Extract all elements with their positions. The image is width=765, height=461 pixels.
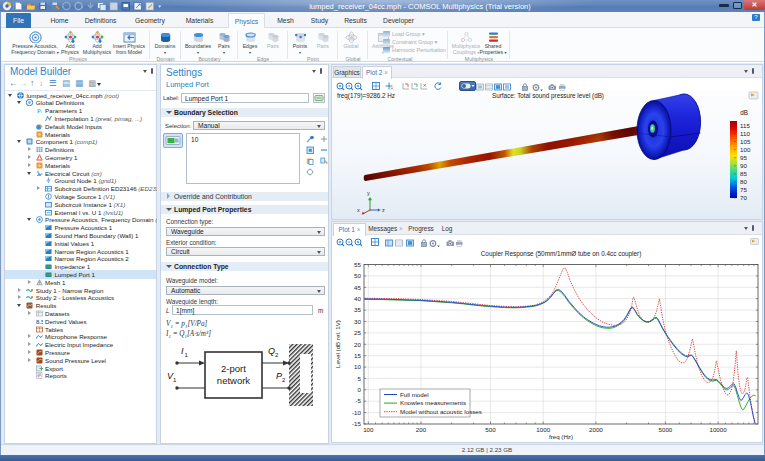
svg-text:Knowles measurements: Knowles measurements (400, 399, 466, 406)
svg-text:115: 115 (740, 122, 750, 129)
svg-text:-10: -10 (352, 409, 362, 416)
svg-text:50: 50 (354, 272, 361, 279)
svg-text:35: 35 (354, 306, 361, 313)
svg-text:Pi: Pi (37, 107, 43, 114)
svg-text:2000: 2000 (589, 426, 603, 433)
svg-text:70: 70 (740, 194, 747, 201)
svg-text:40: 40 (354, 295, 361, 302)
svg-text:10: 10 (354, 363, 361, 370)
svg-text:2-port: 2-port (221, 363, 246, 374)
svg-text:5: 5 (358, 375, 362, 382)
svg-text:500: 500 (485, 426, 496, 433)
svg-text:100: 100 (740, 146, 751, 153)
svg-text:Coupler Response (50mm/1mmØ tu: Coupler Response (50mm/1mmØ tube on 0.4c… (481, 250, 642, 258)
svg-text:0: 0 (358, 386, 362, 393)
svg-text:90: 90 (740, 162, 747, 169)
svg-text:200: 200 (416, 426, 427, 433)
svg-text:105: 105 (740, 138, 751, 145)
svg-text:Level (dB rel. 1V): Level (dB rel. 1V) (334, 320, 341, 368)
svg-text:Model without acoustic losses: Model without acoustic losses (400, 408, 482, 415)
svg-text:30: 30 (354, 318, 361, 325)
svg-text:-15: -15 (352, 420, 362, 427)
svg-text:Full model: Full model (400, 391, 429, 398)
svg-text:Surface: Total sound pressure: Surface: Total sound pressure level (dB) (492, 92, 604, 100)
svg-text:y: y (367, 190, 370, 196)
svg-text:8.5: 8.5 (36, 319, 43, 325)
svg-text:network: network (217, 375, 251, 386)
svg-text:15: 15 (354, 352, 361, 359)
svg-text:25: 25 (354, 329, 361, 336)
svg-text:95: 95 (740, 154, 747, 161)
svg-text:45: 45 (354, 284, 361, 291)
svg-text:85: 85 (740, 170, 747, 177)
svg-text:1: 1 (173, 377, 177, 383)
svg-text:20: 20 (354, 341, 361, 348)
svg-text:5000: 5000 (659, 426, 673, 433)
svg-text:Q: Q (268, 346, 275, 356)
svg-text:freq (Hz): freq (Hz) (549, 433, 573, 440)
svg-text:75: 75 (740, 186, 747, 193)
svg-text:2: 2 (275, 352, 279, 358)
svg-text:dB: dB (740, 109, 748, 116)
svg-text:x: x (357, 207, 360, 213)
svg-text:freq(179)=9286.2 Hz: freq(179)=9286.2 Hz (337, 92, 395, 100)
svg-text:100: 100 (363, 426, 374, 433)
svg-text:10000: 10000 (709, 426, 727, 433)
svg-text:1: 1 (185, 352, 189, 358)
svg-text:-5: -5 (355, 397, 361, 404)
svg-text:55: 55 (354, 261, 361, 268)
svg-text:110: 110 (740, 130, 750, 137)
svg-text:1000: 1000 (536, 426, 550, 433)
svg-text:z: z (382, 207, 385, 213)
svg-text:80: 80 (740, 178, 747, 185)
svg-text:2: 2 (282, 377, 286, 383)
